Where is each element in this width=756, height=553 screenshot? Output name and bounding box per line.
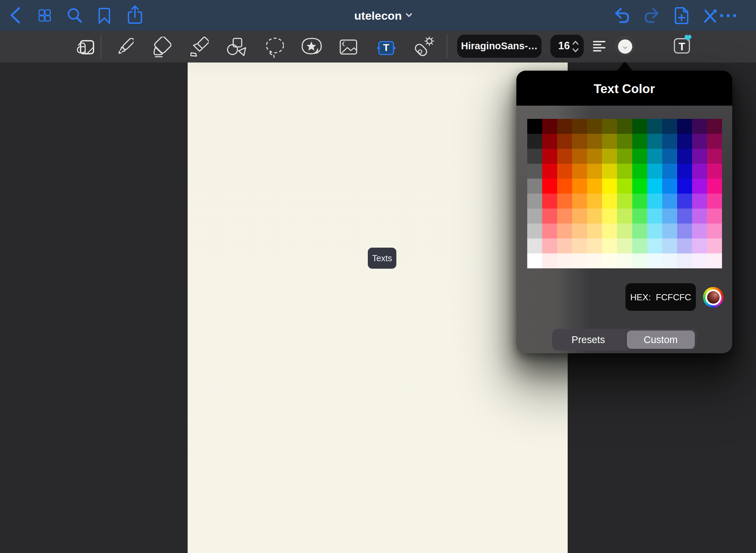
svg-text:T: T: [678, 40, 685, 53]
